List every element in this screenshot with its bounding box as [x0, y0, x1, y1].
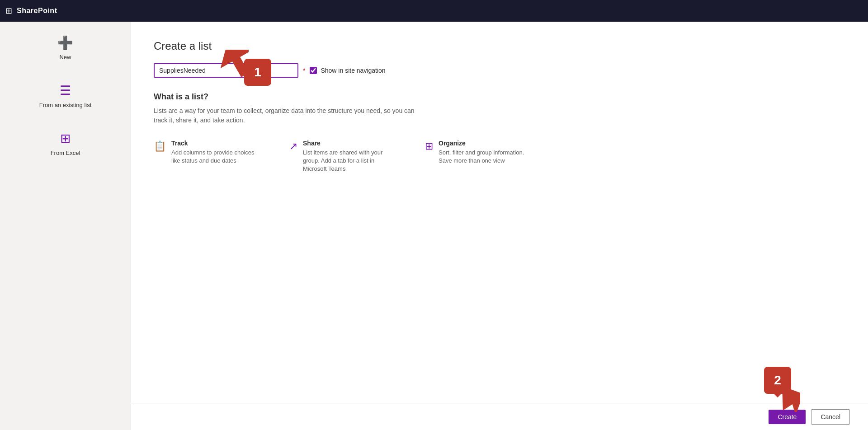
organize-title: Organize — [439, 140, 533, 147]
show-in-nav-text: Show in site navigation — [321, 67, 385, 74]
share-desc: List items are shared with your group. A… — [303, 149, 398, 173]
create-button[interactable]: Create — [769, 410, 806, 424]
panel-overlay: ➕ New ☰ From an existing list ⊞ From Exc… — [0, 22, 131, 430]
main-content: Create a list * Show in site navigation … — [131, 22, 868, 430]
what-is-section: What is a list? Lists are a way for your… — [154, 92, 845, 125]
panel-from-excel-label: From Excel — [51, 150, 80, 156]
feature-track: 📋 Track Add columns to provide choices l… — [154, 140, 262, 173]
panel-new-label: New — [59, 54, 71, 61]
feature-organize: ⊞ Organize Sort, filter and group inform… — [425, 140, 533, 173]
organize-desc: Sort, filter and group information. Save… — [439, 149, 533, 165]
panel-from-excel[interactable]: ⊞ From Excel — [42, 126, 90, 161]
topbar: ⊞ SharePoint — [0, 0, 868, 22]
track-desc: Add columns to provide choices like stat… — [171, 149, 262, 165]
list-name-input[interactable] — [154, 63, 298, 78]
topbar-title: SharePoint — [17, 7, 57, 15]
track-icon: 📋 — [154, 140, 166, 173]
required-indicator: * — [303, 67, 305, 74]
panel-new[interactable]: ➕ New — [48, 31, 82, 65]
waffle-icon[interactable]: ⊞ — [5, 6, 12, 16]
share-title: Share — [303, 140, 398, 147]
features-row: 📋 Track Add columns to provide choices l… — [154, 140, 845, 173]
excel-icon: ⊞ — [60, 131, 71, 146]
list-icon: ☰ — [60, 83, 71, 98]
panel-existing-list-label: From an existing list — [39, 102, 92, 108]
show-in-nav-checkbox[interactable] — [310, 67, 317, 74]
organize-icon: ⊞ — [425, 140, 433, 173]
create-list-title: Create a list — [154, 40, 845, 52]
panel-from-existing-list[interactable]: ☰ From an existing list — [30, 79, 101, 113]
share-icon: ↗ — [289, 140, 297, 173]
cancel-button[interactable]: Cancel — [811, 409, 850, 425]
show-in-nav-label: Show in site navigation — [310, 67, 385, 74]
name-row: * Show in site navigation — [154, 63, 845, 78]
bottom-bar: Create Cancel — [131, 403, 868, 430]
new-plus-icon: ➕ — [57, 35, 73, 50]
track-title: Track — [171, 140, 262, 147]
what-is-description: Lists are a way for your team to collect… — [154, 106, 416, 125]
feature-share: ↗ Share List items are shared with your … — [289, 140, 398, 173]
what-is-title: What is a list? — [154, 92, 845, 102]
